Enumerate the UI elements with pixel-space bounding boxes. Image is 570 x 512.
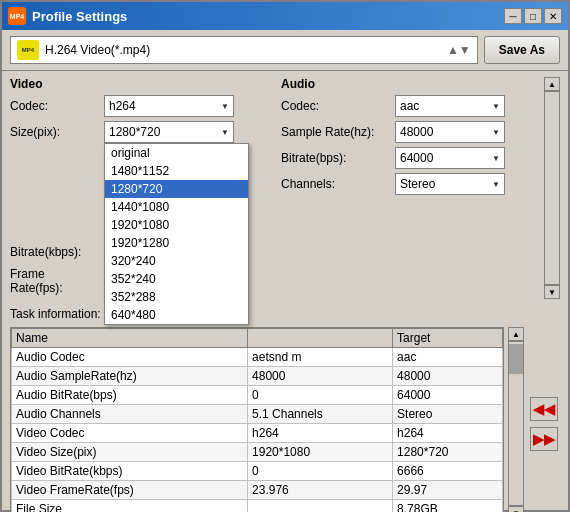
close-button[interactable]: ✕ [544, 8, 562, 24]
size-option-352-288[interactable]: 352*288 [105, 288, 248, 306]
codec-dropdown-arrow: ▼ [221, 102, 229, 111]
audio-bitrate-row: Bitrate(bps): 64000 ▼ [281, 147, 532, 169]
title-bar: MP4 Profile Settings ─ □ ✕ [2, 2, 568, 30]
framerate-label: Frame Rate(fps): [10, 267, 100, 295]
row-target: 48000 [393, 367, 503, 386]
channels-arrow: ▼ [492, 180, 500, 189]
size-option-1440[interactable]: 1440*1080 [105, 198, 248, 216]
audio-panel-title: Audio [281, 77, 532, 91]
row-source: 0 [248, 386, 393, 405]
video-size-dropdown[interactable]: 1280*720 ▼ [104, 121, 234, 143]
size-option-352-240[interactable]: 352*240 [105, 270, 248, 288]
toolbar: MP4 H.264 Video(*.mp4) ▲▼ Save As [2, 30, 568, 71]
row-source: 1920*1080 [248, 443, 393, 462]
audio-codec-row: Codec: aac ▼ [281, 95, 532, 117]
row-target: Stereo [393, 405, 503, 424]
row-name: Video BitRate(kbps) [12, 462, 248, 481]
row-name: Video Size(pix) [12, 443, 248, 462]
table-scroll-up[interactable]: ▲ [508, 327, 524, 341]
table-section: Name Target Audio Codec aetsnd m aac Aud… [10, 327, 560, 512]
scroll-up-button[interactable]: ▲ [544, 77, 560, 91]
video-codec-value: h264 [109, 99, 136, 113]
col-name-header: Name [12, 329, 248, 348]
table-scroll-down[interactable]: ▼ [508, 506, 524, 512]
video-size-value: 1280*720 [109, 125, 160, 139]
audio-codec-arrow: ▼ [492, 102, 500, 111]
row-name: Video FrameRate(fps) [12, 481, 248, 500]
size-option-1480[interactable]: 1480*1152 [105, 162, 248, 180]
table-row: Video Size(pix) 1920*1080 1280*720 [12, 443, 503, 462]
codec-label: Codec: [10, 99, 100, 113]
audio-codec-label: Codec: [281, 99, 391, 113]
codec-row: Codec: h264 ▼ [10, 95, 261, 117]
channels-dropdown[interactable]: Stereo ▼ [395, 173, 505, 195]
data-table: Name Target Audio Codec aetsnd m aac Aud… [11, 328, 503, 512]
size-label: Size(pix): [10, 125, 100, 139]
app-icon: MP4 [8, 7, 26, 25]
row-target: 29.97 [393, 481, 503, 500]
table-row: File Size 8.78GB [12, 500, 503, 513]
size-option-1920-1280[interactable]: 1920*1280 [105, 234, 248, 252]
title-bar-left: MP4 Profile Settings [8, 7, 127, 25]
video-panel: Video Codec: h264 ▼ Size(pix): 1280*720 … [10, 77, 261, 299]
prev-arrow-button[interactable]: ◀◀ [530, 397, 558, 421]
row-source: h264 [248, 424, 393, 443]
right-scrollbar: ▲ ▼ [544, 77, 560, 299]
table-row: Video Codec h264 h264 [12, 424, 503, 443]
row-name: Audio Channels [12, 405, 248, 424]
format-dropdown-arrow: ▲▼ [447, 43, 471, 57]
audio-samplerate-value: 48000 [400, 125, 433, 139]
next-arrow-button[interactable]: ▶▶ [530, 427, 558, 451]
format-selector[interactable]: MP4 H.264 Video(*.mp4) ▲▼ [10, 36, 478, 64]
task-info: Task information: "Ti... [10, 307, 560, 321]
channels-value: Stereo [400, 177, 435, 191]
row-name: Audio Codec [12, 348, 248, 367]
size-dropdown-list: original 1480*1152 1280*720 1440*1080 19… [104, 143, 249, 325]
samplerate-row: Sample Rate(hz): 48000 ▼ [281, 121, 532, 143]
row-name: Audio SampleRate(hz) [12, 367, 248, 386]
row-name: Audio BitRate(bps) [12, 386, 248, 405]
title-bar-buttons: ─ □ ✕ [504, 8, 562, 24]
row-name: Video Codec [12, 424, 248, 443]
size-option-1920-1080[interactable]: 1920*1080 [105, 216, 248, 234]
row-target: 1280*720 [393, 443, 503, 462]
row-target: aac [393, 348, 503, 367]
row-target: 64000 [393, 386, 503, 405]
video-panel-title: Video [10, 77, 261, 91]
table-row: Video FrameRate(fps) 23.976 29.97 [12, 481, 503, 500]
scroll-down-button[interactable]: ▼ [544, 285, 560, 299]
size-option-1280[interactable]: 1280*720 [105, 180, 248, 198]
row-source: 48000 [248, 367, 393, 386]
audio-bitrate-value: 64000 [400, 151, 433, 165]
size-dropdown-arrow: ▼ [221, 128, 229, 137]
table-row: Video BitRate(kbps) 0 6666 [12, 462, 503, 481]
minimize-button[interactable]: ─ [504, 8, 522, 24]
col-target-header: Target [393, 329, 503, 348]
row-target: 6666 [393, 462, 503, 481]
window-title: Profile Settings [32, 9, 127, 24]
audio-samplerate-dropdown[interactable]: 48000 ▼ [395, 121, 505, 143]
save-as-button[interactable]: Save As [484, 36, 560, 64]
audio-bitrate-arrow: ▼ [492, 154, 500, 163]
table-scrollbar: ▲ ▼ [508, 327, 524, 512]
audio-bitrate-dropdown[interactable]: 64000 ▼ [395, 147, 505, 169]
table-row: Audio BitRate(bps) 0 64000 [12, 386, 503, 405]
col-source-header [248, 329, 393, 348]
audio-codec-dropdown[interactable]: aac ▼ [395, 95, 505, 117]
maximize-button[interactable]: □ [524, 8, 542, 24]
size-option-320[interactable]: 320*240 [105, 252, 248, 270]
main-content: Video Codec: h264 ▼ Size(pix): 1280*720 … [2, 71, 568, 512]
table-row: Audio Channels 5.1 Channels Stereo [12, 405, 503, 424]
video-codec-dropdown[interactable]: h264 ▼ [104, 95, 234, 117]
table-row: Audio Codec aetsnd m aac [12, 348, 503, 367]
row-target: 8.78GB [393, 500, 503, 513]
row-target: h264 [393, 424, 503, 443]
audio-panel: Audio Codec: aac ▼ Sample Rate(hz): 4800… [281, 77, 532, 299]
size-option-640[interactable]: 640*480 [105, 306, 248, 324]
side-arrow-buttons: ◀◀ ▶▶ [528, 327, 560, 512]
profile-settings-window: MP4 Profile Settings ─ □ ✕ MP4 H.264 Vid… [0, 0, 570, 512]
size-option-original[interactable]: original [105, 144, 248, 162]
row-source: 5.1 Channels [248, 405, 393, 424]
samplerate-label: Sample Rate(hz): [281, 125, 391, 139]
comparison-table: Name Target Audio Codec aetsnd m aac Aud… [10, 327, 504, 512]
